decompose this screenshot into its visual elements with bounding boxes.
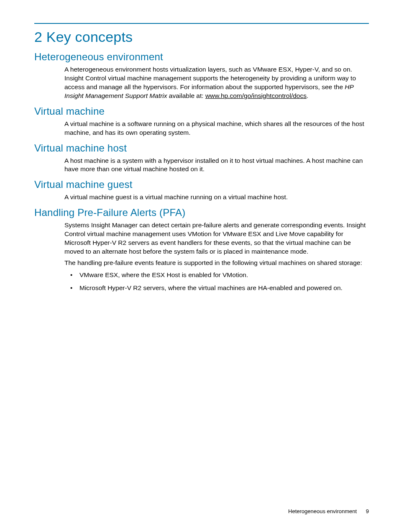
section-heading-virtual-machine-host: Virtual machine host bbox=[34, 142, 369, 154]
page-footer: Heterogeneous environment 9 bbox=[288, 508, 369, 514]
paragraph: A host machine is a system with a hyperv… bbox=[64, 157, 369, 174]
bullet-list: VMware ESX, where the ESX Host is enable… bbox=[64, 271, 369, 293]
section-heading-virtual-machine-guest: Virtual machine guest bbox=[34, 179, 369, 190]
paragraph: A virtual machine is a software running … bbox=[64, 120, 369, 137]
section-body-virtual-machine: A virtual machine is a software running … bbox=[64, 120, 369, 137]
chapter-title: 2 Key concepts bbox=[34, 29, 369, 45]
list-item: VMware ESX, where the ESX Host is enable… bbox=[64, 271, 369, 280]
text: A heterogeneous environment hosts virtua… bbox=[64, 66, 356, 90]
chapter-rule bbox=[34, 23, 369, 24]
paragraph: Systems Insight Manager can detect certa… bbox=[64, 221, 369, 256]
section-body-virtual-machine-guest: A virtual machine guest is a virtual mac… bbox=[64, 193, 369, 202]
text: . bbox=[307, 92, 308, 99]
section-heading-heterogeneous: Heterogeneous environment bbox=[34, 51, 369, 63]
section-heading-pfa: Handling Pre-Failure Alerts (PFA) bbox=[34, 207, 369, 218]
paragraph: A heterogeneous environment hosts virtua… bbox=[64, 65, 369, 100]
list-item: Microsoft Hyper-V R2 servers, where the … bbox=[64, 284, 369, 293]
footer-section-label: Heterogeneous environment bbox=[288, 508, 357, 514]
text: available at: bbox=[167, 92, 205, 99]
paragraph: A virtual machine guest is a virtual mac… bbox=[64, 193, 369, 202]
support-matrix-link[interactable]: www.hp.com/go/insightcontrol/docs bbox=[205, 92, 307, 99]
section-body-pfa: Systems Insight Manager can detect certa… bbox=[64, 221, 369, 292]
paragraph: The handling pre-failure events feature … bbox=[64, 259, 369, 267]
section-body-heterogeneous: A heterogeneous environment hosts virtua… bbox=[64, 65, 369, 100]
section-body-virtual-machine-host: A host machine is a system with a hyperv… bbox=[64, 157, 369, 174]
section-heading-virtual-machine: Virtual machine bbox=[34, 105, 369, 117]
footer-page-number: 9 bbox=[366, 508, 369, 514]
